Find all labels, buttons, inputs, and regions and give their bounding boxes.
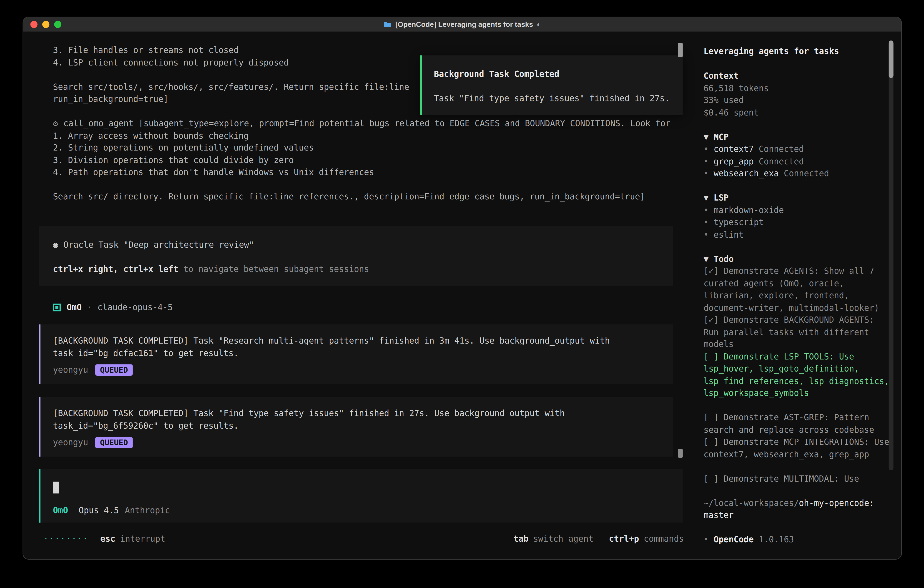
task-message-meta: yeongyu QUEUED [53,436,659,449]
username: yeongyu [53,436,88,449]
tab-key-label: switch agent [533,533,593,545]
notification-toast: Background Task Completed Task "Find typ… [420,55,683,115]
task-message-text: [BACKGROUND TASK COMPLETED] Task "Find t… [53,407,648,431]
mcp-item: • context7 Connected [703,143,891,155]
todo-text: Demonstrate AST-GREP: Pattern search and… [703,413,874,434]
bullet-icon: • [703,230,708,239]
context-tokens: 66,518 tokens [703,82,891,94]
record-icon: ◉ [53,240,58,249]
agent-model: claude-opus-4-5 [97,301,173,314]
desktop: [OpenCode] Leveraging agents for tasks ◐… [0,0,924,588]
mcp-item-status: Connected [784,168,829,178]
lsp-item-name: eslint [714,230,744,239]
folder-icon [383,21,392,28]
titlebar[interactable]: [OpenCode] Leveraging agents for tasks ◐ [23,17,901,32]
text-cursor [53,482,59,494]
input-model-name: Opus 4.5 [79,504,119,516]
sidebar: Leveraging agents for tasks Context 66,5… [695,32,901,559]
todo-item: [ ] Demonstrate MULTIMODAL: Use [703,472,891,484]
scrollbar-thumb[interactable] [678,43,683,57]
app-name: OpenCode [714,535,754,544]
input-agent-name: OmO [53,504,68,516]
esc-key-hint: esc [100,533,115,545]
task-message-meta: yeongyu QUEUED [53,364,659,376]
todo-item: [✓] Demonstrate BACKGROUND AGENTS: Run p… [703,314,891,350]
chevron-down-icon: ▼ [703,254,708,264]
todo-heading-label: Todo [714,254,734,264]
todo-checkbox: [ ] [703,437,718,447]
window-title-text: [OpenCode] Leveraging agents for tasks [395,18,533,31]
agent-square-icon [53,304,61,311]
todo-section-heading[interactable]: ▼ Todo [703,253,891,265]
terminal-line: 1. Array access without bounds checking [53,129,674,142]
lsp-item: • eslint [703,228,891,241]
mcp-heading-label: MCP [714,132,729,141]
oracle-shortcut-hint: ctrl+x right, ctrl+x left to navigate be… [53,263,659,275]
app-version-line: • OpenCode 1.0.163 [703,533,891,546]
scrollbar-thumb[interactable] [678,449,683,458]
status-bar-right: tab switch agent ctrl+p commands [513,533,684,545]
todo-text: Demonstrate MULTIMODAL: Use [724,474,859,483]
agent-header: OmO · claude-opus-4-5 [53,301,173,314]
sidebar-scrollbar-thumb[interactable] [889,40,894,78]
lsp-item-name: markdown-oxide [714,205,784,215]
todo-checkbox: [ ] [703,413,718,422]
bullet-icon: • [703,168,708,178]
terminal-line: 3. Division operations that could divide… [53,154,674,166]
oracle-task-title: Oracle Task "Deep architecture review" [63,240,254,249]
input-provider-name: Anthropic [125,504,170,516]
context-used: 33% used [703,94,891,106]
todo-checkbox: [✓] [703,315,718,324]
status-bar-left: ········ esc interrupt [43,533,165,545]
window-title: [OpenCode] Leveraging agents for tasks ◐ [383,18,541,31]
todo-checkbox: [ ] [703,352,718,361]
username: yeongyu [53,364,88,376]
close-button[interactable] [30,21,38,28]
minimize-button[interactable] [42,21,50,28]
notification-body: Task "Find type safety issues" finished … [434,92,671,105]
todo-text: Demonstrate AGENTS: Show all 7 curated a… [703,266,879,312]
workspace-branch: master [703,510,733,520]
chevron-down-icon: ▼ [703,193,708,202]
workspace-repo: oh-my-opencode: [799,498,874,507]
ctrlp-key-hint: ctrl+p [609,533,639,545]
prompt-input-meta: OmO Opus 4.5 Anthropic [53,504,170,516]
terminal-line [53,178,674,190]
mcp-item-name: grep_app [714,156,754,166]
ctrlp-key-label: commands [644,533,684,545]
prompt-input[interactable]: OmO Opus 4.5 Anthropic [39,469,683,523]
terminal-line: Search src/ directory. Return specific f… [53,190,674,203]
tool-call-line: ⚙call_omo_agent [subagent_type=explore, … [53,117,674,130]
shortcut-description: to navigate between subagent sessions [183,264,369,274]
traffic-lights [30,17,61,31]
bullet-icon: • [703,205,708,215]
sidebar-scrollbar-track[interactable] [889,40,894,470]
task-message: [BACKGROUND TASK COMPLETED] Task "Resear… [39,324,673,384]
spinner-dots: ········ [43,533,88,545]
bullet-icon: • [703,156,708,166]
todo-text: Demonstrate BACKGROUND AGENTS: Run paral… [703,315,874,349]
mcp-item-name: context7 [714,144,754,154]
mcp-item-status: Connected [759,144,804,154]
todo-text: Demonstrate LSP TOOLS: Use lsp_hover, ls… [703,352,889,398]
esc-key-label: interrupt [120,533,165,545]
oracle-task-box: ◉Oracle Task "Deep architecture review" … [39,226,673,286]
todo-text: Demonstrate MCP INTEGRATIONS: Use contex… [703,437,889,459]
todo-checkbox: [ ] [703,474,718,483]
separator-dot: · [87,301,92,314]
task-message-text: [BACKGROUND TASK COMPLETED] Task "Resear… [53,334,648,359]
mcp-section-heading[interactable]: ▼ MCP [703,131,891,143]
mcp-item: • websearch_exa Connected [703,167,891,180]
agent-name: OmO [67,301,82,314]
terminal-line: 4. Path operations that don't handle Win… [53,166,674,178]
lsp-item: • typescript [703,216,891,228]
lsp-item-name: typescript [714,217,764,227]
terminal-line: 2. String operations on potentially unde… [53,142,674,154]
lsp-section-heading[interactable]: ▼ LSP [703,192,891,204]
todo-item: [ ] Demonstrate MCP INTEGRATIONS: Use co… [703,436,891,460]
todo-item: [ ] Demonstrate AST-GREP: Pattern search… [703,411,891,436]
status-bar: ········ esc interrupt tab switch agent … [43,533,684,545]
mcp-item: • grep_app Connected [703,155,891,167]
bullet-icon: • [703,144,708,154]
zoom-button[interactable] [54,21,61,28]
